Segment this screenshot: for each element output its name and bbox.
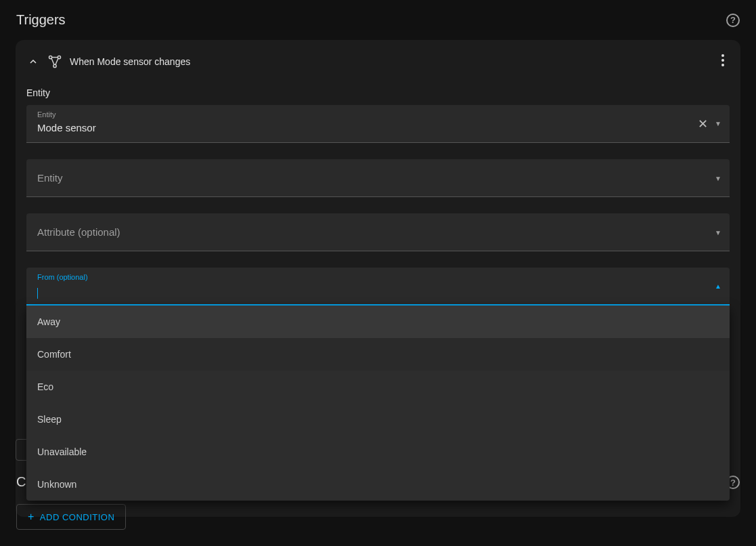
svg-line-4 [55, 58, 58, 65]
help-icon[interactable]: ? [726, 14, 740, 27]
add-condition-button[interactable]: + ADD CONDITION [16, 504, 126, 530]
entity-field-1[interactable]: Entity Mode sensor ✕ ▼ [26, 105, 730, 143]
entity-field-1-value: Mode sensor [37, 122, 96, 133]
svg-point-2 [53, 64, 56, 67]
attribute-field[interactable]: Attribute (optional) ▼ [26, 213, 730, 251]
chevron-down-icon[interactable]: ▼ [715, 120, 721, 127]
trigger-card-title: When Mode sensor changes [70, 56, 190, 67]
chevron-down-icon[interactable]: ▼ [715, 174, 721, 182]
attribute-field-placeholder: Attribute (optional) [37, 226, 120, 238]
dropdown-option[interactable]: Eco [26, 371, 730, 403]
chevron-up-icon[interactable]: ▲ [715, 282, 721, 290]
entity-label: Entity [26, 87, 730, 98]
trigger-card: When Mode sensor changes Entity Entity M… [16, 40, 740, 517]
entity-field-1-label: Entity [37, 110, 56, 119]
dropdown-option[interactable]: Comfort [26, 338, 730, 371]
entity-field-2[interactable]: Entity ▼ [26, 159, 730, 197]
dropdown-option[interactable]: Unavailable [26, 436, 730, 468]
dropdown-option[interactable]: Away [26, 306, 730, 338]
plus-icon: + [28, 511, 35, 522]
svg-line-3 [51, 58, 54, 65]
add-condition-label: ADD CONDITION [40, 512, 115, 522]
more-menu-button[interactable] [715, 52, 731, 68]
dropdown-option[interactable]: Unknown [26, 468, 730, 501]
from-field-label: From (optional) [37, 273, 88, 281]
state-change-icon [44, 51, 66, 72]
entity-field-2-placeholder: Entity [37, 172, 63, 184]
from-dropdown: Away Comfort Eco Sleep Unavailable Unkno… [26, 306, 730, 501]
from-field[interactable]: From (optional) ▲ [26, 268, 730, 306]
collapse-icon[interactable] [25, 54, 41, 70]
triggers-title: Triggers [16, 12, 66, 28]
clear-icon[interactable]: ✕ [698, 117, 708, 131]
dropdown-option[interactable]: Sleep [26, 403, 730, 436]
chevron-down-icon[interactable]: ▼ [715, 228, 721, 236]
text-cursor [37, 288, 38, 299]
